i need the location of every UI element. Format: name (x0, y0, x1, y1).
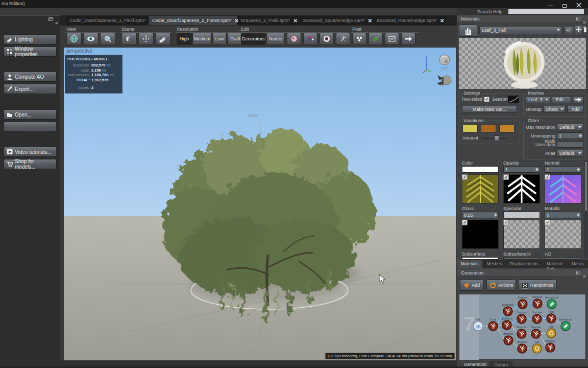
tab-materials[interactable]: Materials (457, 260, 482, 268)
material-preview[interactable] (459, 38, 586, 89)
float-panel-icon[interactable] (48, 17, 53, 21)
tab-material-sets[interactable]: Material Sets (543, 260, 567, 268)
compute-ao-button[interactable]: Compute AO (4, 72, 57, 82)
generator-node-twigs[interactable]: Twigs (547, 311, 556, 323)
metallic-spinner[interactable]: 0 (545, 212, 581, 218)
edit-nodes-button[interactable]: Nodes (266, 33, 285, 45)
scene-transform-button[interactable] (138, 33, 154, 45)
generation-add-button[interactable]: Add (460, 280, 483, 291)
normal-spinner[interactable]: 1 (545, 166, 581, 173)
blank-button[interactable] (4, 122, 57, 132)
material-delete-button[interactable] (583, 25, 587, 34)
generator-node-trunk[interactable]: Trunk (488, 318, 498, 331)
generator-node-big-branch[interactable]: Big Branch (501, 317, 513, 330)
tab-masks[interactable]: Masks (567, 260, 588, 268)
ao-spinner[interactable] (545, 257, 581, 260)
post-season-button[interactable] (369, 33, 383, 45)
scene-magnet-button[interactable] (121, 33, 137, 45)
maximize-icon[interactable] (557, 1, 572, 8)
generation-node-graph[interactable]: 7 TreeTrunkBig BranchBig BranchBranchesB… (459, 294, 586, 359)
export-button[interactable]: Export... (4, 84, 57, 94)
open-button[interactable]: Open... (4, 109, 57, 120)
material-select-combo[interactable]: Leaf_3_Fall (479, 26, 562, 34)
tab-dracaena-2-field[interactable]: Dracaena_2_Field.spm* (238, 16, 299, 25)
close-icon[interactable]: ✕ (572, 1, 586, 8)
mesh-edit-button[interactable]: Edit... (552, 96, 571, 103)
resolution-high-button[interactable]: High (177, 33, 192, 45)
generator-node-branches[interactable]: Branches (517, 341, 527, 353)
tab-cedar-1-field[interactable]: Cedar_DwarfJapanese_1_Field.spm* (66, 16, 148, 25)
normal-map-checkbox[interactable] (545, 174, 550, 180)
close-panel-icon[interactable] (582, 271, 586, 280)
color-map-thumbnail[interactable] (462, 174, 499, 203)
generator-node-big-branch[interactable]: Big Branch (502, 304, 514, 316)
season-curve-widget[interactable] (508, 96, 519, 103)
tab-close-icon[interactable] (368, 18, 372, 24)
resolution-low-button[interactable]: Low (212, 33, 227, 45)
tab-boxwood-roundhedge[interactable]: Boxwood_RoundHedge.spm* (374, 16, 445, 25)
gloss-map-thumbnail[interactable] (462, 220, 499, 249)
opacity-spinner[interactable]: 1 (503, 166, 540, 173)
make-new-set-button[interactable]: Make New Set... (462, 106, 517, 113)
generation-randomize-button[interactable]: Randomize (518, 280, 557, 291)
unwrapping-scale-spinner[interactable]: 1 (557, 132, 583, 139)
unwrap-add-button[interactable]: Add (567, 106, 584, 113)
generator-node-branches[interactable]: Branches (545, 340, 555, 352)
generator-node-branches[interactable]: Branches (532, 311, 542, 324)
minimize-icon[interactable] (543, 1, 557, 8)
generator-node-branches[interactable]: Branches (532, 296, 543, 308)
metallic-map-checkbox[interactable] (545, 220, 550, 225)
edit-add-branch-button[interactable] (303, 33, 317, 45)
tab-displacements[interactable]: Displacements (506, 260, 543, 268)
scene-light-button[interactable] (155, 33, 170, 45)
view-zoom-button[interactable] (100, 33, 115, 45)
generator-node-cap[interactable]: Cap (532, 341, 542, 353)
normal-map-thumbnail[interactable] (545, 174, 581, 203)
tab-boxwood-squarehedge[interactable]: Boxwood_SquareHedge.spm* (300, 16, 373, 25)
tab-cedar-2-forest[interactable]: Cedar_DwarfJapanese_2_Forest.spm* (149, 16, 237, 25)
material-add-remove-button[interactable]: +/- (564, 26, 573, 34)
atlas-combo[interactable]: Default (557, 150, 583, 156)
post-screenshot-button[interactable] (385, 33, 399, 45)
user-data-input[interactable] (557, 141, 583, 148)
subsurface-swatch[interactable] (462, 257, 499, 260)
close-panel-icon[interactable] (55, 17, 58, 27)
post-export-button[interactable] (401, 33, 415, 45)
max-resolution-combo[interactable]: Default (557, 124, 583, 130)
generator-node-branches[interactable]: Branches (517, 311, 527, 324)
viewport-3d[interactable]: perspective POLYGONS - MODEL branches:80… (64, 48, 456, 360)
mesh-assign-button[interactable] (573, 96, 584, 103)
opacity-map-thumbnail[interactable] (503, 174, 540, 203)
materials-scrollbar[interactable] (584, 161, 587, 258)
generator-node-tree[interactable]: Tree (474, 318, 483, 331)
variation-swatch-2[interactable] (481, 125, 496, 132)
generator-node-batchedleaf[interactable]: BatchedLeaf (559, 318, 572, 331)
generator-node-branches[interactable]: Branches (518, 296, 528, 309)
float-panel-icon[interactable] (576, 271, 580, 274)
lighting-button[interactable]: Lighting (4, 34, 57, 44)
trackball-widget[interactable] (439, 55, 450, 65)
generator-node-branches[interactable]: Branches (531, 326, 541, 338)
subsurface-pct-spinner[interactable] (503, 257, 540, 260)
tab-close-icon[interactable] (293, 18, 298, 24)
video-tutorials-button[interactable]: Video tutorials... (4, 147, 57, 157)
float-panel-icon[interactable] (576, 17, 580, 20)
resolution-medium-button[interactable]: Medium (192, 33, 212, 45)
gloss-spinner[interactable]: 0.55 (462, 212, 499, 218)
amount-slider-thumb[interactable] (494, 135, 499, 141)
post-cluster-button[interactable] (352, 33, 366, 45)
mesh-select-combo[interactable]: Leaf_3 (526, 96, 550, 103)
tab-close-icon[interactable] (440, 18, 444, 24)
tab-meshes[interactable]: Meshes (482, 260, 506, 268)
window-properties-button[interactable]: Window properties (4, 47, 57, 57)
specular-map-checkbox[interactable] (503, 220, 509, 225)
gloss-map-checkbox[interactable] (462, 220, 468, 225)
two-sided-checkbox[interactable] (484, 97, 489, 102)
generation-actions-button[interactable]: Actions (486, 280, 516, 291)
material-hand-button[interactable] (459, 25, 477, 37)
view-orbit-button[interactable] (66, 33, 82, 45)
search-help-input[interactable] (508, 9, 584, 14)
generator-node-branches[interactable]: Branches (517, 326, 527, 338)
specular-map-thumbnail[interactable] (503, 220, 540, 249)
material-new-button[interactable] (575, 25, 583, 34)
